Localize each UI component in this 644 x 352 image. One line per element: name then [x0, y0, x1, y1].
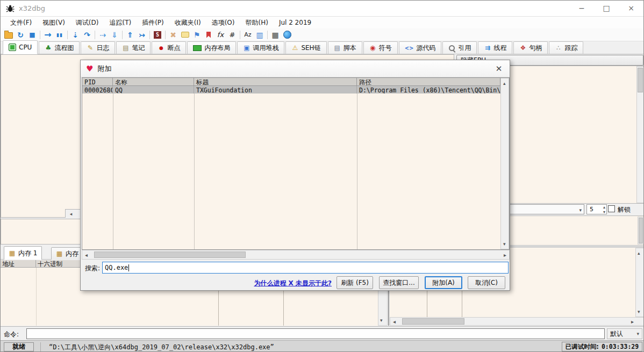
- tab-graph[interactable]: ♣流程图: [39, 41, 80, 54]
- maximize-button[interactable]: □: [594, 1, 619, 16]
- tab-source[interactable]: <>源代码: [399, 41, 442, 54]
- scroll-right-icon[interactable]: ▸: [631, 318, 634, 326]
- stack-hscrollbar[interactable]: ◂ ▸: [390, 317, 644, 326]
- table-vscrollbar[interactable]: ▴ ▾: [500, 78, 509, 249]
- tab-label: 笔记: [132, 44, 145, 53]
- step-out-icon[interactable]: ⇑: [124, 30, 136, 40]
- menu-help[interactable]: 帮助(H): [240, 18, 273, 27]
- tab-script[interactable]: ▤脚本: [328, 41, 362, 54]
- minimize-button[interactable]: −: [569, 1, 594, 16]
- scroll-left-icon[interactable]: ◂: [85, 252, 88, 259]
- bookmark-icon[interactable]: [203, 30, 214, 40]
- tab-call-stack[interactable]: ▣调用堆栈: [237, 41, 284, 54]
- scroll-down-icon[interactable]: ▾: [503, 240, 506, 248]
- scroll-up-icon[interactable]: ▴: [503, 80, 506, 87]
- close-button[interactable]: ×: [619, 1, 643, 16]
- scroll-left-icon[interactable]: ◂: [67, 210, 75, 218]
- tab-label: 符号: [379, 44, 392, 53]
- table-row-selected[interactable]: 0000268C QQ TXGuiFoundation D:\Program F…: [82, 86, 500, 94]
- tab-handles[interactable]: ❖句柄: [513, 41, 548, 54]
- arguments-vscrollbar[interactable]: [638, 217, 644, 245]
- step-into-icon[interactable]: ⇣: [69, 30, 81, 40]
- tab-notes[interactable]: ▤笔记: [116, 41, 151, 54]
- strings-icon[interactable]: Az: [242, 30, 254, 40]
- comment-icon[interactable]: [179, 30, 191, 40]
- tab-symbols[interactable]: ◉符号: [363, 41, 398, 54]
- step-over-icon[interactable]: ↷: [81, 30, 93, 40]
- menu-file[interactable]: 文件(F): [5, 18, 37, 27]
- dialog-close-icon[interactable]: ✕: [493, 64, 504, 74]
- menu-trace[interactable]: 追踪(T): [104, 18, 137, 27]
- cancel-button[interactable]: 取消(C): [468, 276, 505, 289]
- dialog-title: 附加: [97, 64, 111, 74]
- stop-icon[interactable]: ■: [26, 30, 38, 40]
- menu-debug[interactable]: 调试(D): [70, 18, 104, 27]
- table-hscrollbar[interactable]: ◂ ▸: [82, 250, 510, 260]
- label-icon[interactable]: ⚑: [191, 30, 203, 40]
- tab-seh-chain[interactable]: ⚠SEH链: [285, 41, 326, 54]
- cell-path: D:\Program Files (x86)\Tencent\QQ\Bin\: [357, 86, 500, 94]
- refresh-button[interactable]: 刷新 (F5): [337, 276, 373, 289]
- run-to-user-code-icon[interactable]: ⇢: [97, 30, 109, 40]
- command-input[interactable]: [26, 328, 605, 339]
- execute-till-return-icon[interactable]: ⇓: [109, 30, 120, 40]
- tab-breakpoints[interactable]: ●断点: [152, 41, 186, 54]
- profile-dropdown[interactable]: 默认 ▾: [607, 328, 642, 339]
- tab-references[interactable]: 引用: [442, 41, 477, 54]
- registers-vscrollbar[interactable]: [636, 66, 644, 203]
- scrollbar-thumb[interactable]: [402, 318, 464, 325]
- menu-favourites[interactable]: 收藏夹(I): [169, 18, 206, 27]
- tab-log[interactable]: ✎日志: [81, 41, 115, 54]
- cell-title: TXGuiFoundation: [194, 86, 357, 94]
- col-header-path[interactable]: 路径: [357, 78, 500, 86]
- hash-icon[interactable]: #: [226, 30, 238, 40]
- tab-trace[interactable]: ∴跟踪: [549, 41, 583, 54]
- tab-cpu[interactable]: CPU: [3, 40, 38, 54]
- unlock-checkbox[interactable]: [608, 205, 615, 212]
- spinner-down-icon[interactable]: ▾: [603, 209, 605, 216]
- run-icon[interactable]: →: [42, 30, 54, 40]
- function-icon[interactable]: fx: [214, 30, 226, 40]
- scrollbar-thumb[interactable]: [94, 252, 246, 258]
- attach-icon[interactable]: ↣: [136, 30, 148, 40]
- pause-icon[interactable]: ▮▮: [54, 30, 66, 40]
- tab-dump-1[interactable]: ▦ 内存 1: [4, 246, 42, 260]
- find-window-button[interactable]: 查找窗口...: [379, 276, 419, 289]
- col-header-name[interactable]: 名称: [113, 78, 194, 86]
- depth-spinner[interactable]: 5 ▴ ▾: [586, 204, 607, 214]
- globe-icon[interactable]: [281, 30, 293, 40]
- scroll-up-icon[interactable]: ▴: [638, 249, 640, 257]
- dialog-title-bar: ♥ 附加 ✕: [81, 60, 510, 77]
- tab-threads[interactable]: ⇉线程: [478, 41, 512, 54]
- col-header-title[interactable]: 标题: [194, 78, 357, 86]
- stack-vscrollbar[interactable]: ▴ ▾: [635, 248, 644, 317]
- restart-icon[interactable]: ↻: [15, 30, 26, 40]
- scroll-left-icon[interactable]: ◂: [393, 318, 396, 326]
- calculator-icon[interactable]: ▦: [269, 30, 281, 40]
- scrollbar-thumb[interactable]: [638, 68, 643, 92]
- text-caret: [128, 264, 129, 271]
- tab-label: 跟踪: [564, 44, 577, 53]
- search-input[interactable]: QQ.exe: [102, 262, 509, 274]
- why-not-shown-link[interactable]: 为什么进程 X 未显示于此?: [253, 279, 332, 288]
- process-table: PID 名称 标题 路径 0000268C QQ TXGuiFoundation…: [82, 77, 510, 250]
- dump-header-address[interactable]: 地址: [1, 260, 36, 268]
- source-code-icon: <>: [405, 45, 414, 51]
- menu-options[interactable]: 选项(O): [206, 18, 240, 27]
- patch-icon[interactable]: ✖: [167, 30, 179, 40]
- col-header-pid[interactable]: PID: [82, 78, 113, 86]
- scrollbar-thumb[interactable]: [639, 218, 643, 243]
- scroll-right-icon[interactable]: ▸: [504, 252, 506, 259]
- tab-memory-map[interactable]: 内存布局: [187, 41, 236, 54]
- menu-build-date[interactable]: Jul 2 2019: [274, 19, 317, 26]
- attach-button[interactable]: 附加(A): [425, 276, 462, 289]
- tab-label: 引用: [458, 44, 471, 53]
- menu-view[interactable]: 视图(V): [37, 18, 70, 27]
- device-icon[interactable]: ▥: [254, 30, 266, 40]
- open-file-icon[interactable]: [3, 30, 15, 40]
- menu-plugins[interactable]: 插件(P): [137, 18, 169, 27]
- x32dbg-window: x32dbg − □ × 文件(F) 视图(V) 调试(D) 追踪(T) 插件(…: [0, 0, 644, 352]
- scroll-down-icon[interactable]: ▾: [638, 308, 640, 315]
- scroll-down-icon[interactable]: ▾: [380, 317, 383, 324]
- s-badge-icon[interactable]: S: [152, 30, 163, 40]
